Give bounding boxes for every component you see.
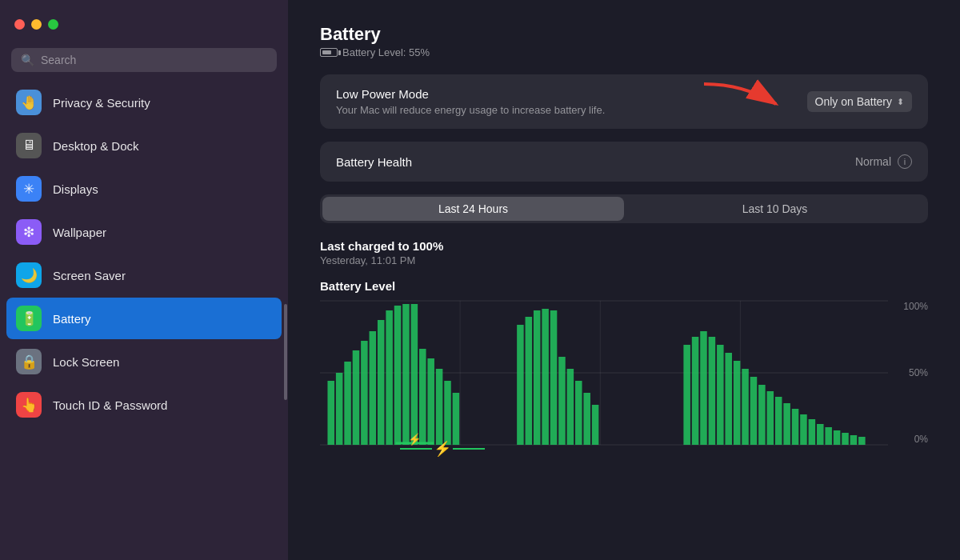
sidebar-item-screen-saver[interactable]: 🌙Screen Saver <box>6 254 282 296</box>
svg-rect-35 <box>700 331 707 445</box>
battery-health-right: Normal i <box>855 154 912 169</box>
svg-rect-26 <box>542 309 549 445</box>
low-power-mode-value: Only on Battery <box>815 95 893 108</box>
displays-icon: ✳ <box>16 176 42 202</box>
desktop-dock-icon: 🖥 <box>16 133 42 158</box>
red-arrow <box>696 76 792 127</box>
svg-rect-42 <box>758 385 766 445</box>
svg-rect-30 <box>575 381 582 445</box>
battery-health-title: Battery Health <box>336 155 412 169</box>
svg-rect-23 <box>517 325 524 445</box>
svg-rect-27 <box>550 310 558 445</box>
svg-rect-18 <box>419 349 426 445</box>
search-input[interactable] <box>41 54 267 66</box>
time-tabs: Last 24 Hours Last 10 Days <box>320 194 928 223</box>
sidebar-label-desktop-dock: Desktop & Dock <box>53 139 139 153</box>
svg-rect-17 <box>411 304 418 445</box>
search-icon: 🔍 <box>21 54 34 66</box>
chevron-up-down-icon: ⬍ <box>897 97 904 107</box>
charging-bolt-icon: ⚡ <box>434 440 451 458</box>
svg-rect-16 <box>402 304 410 445</box>
svg-rect-9 <box>344 362 351 445</box>
svg-text:⚡: ⚡ <box>408 433 422 446</box>
page-title-area: Battery Battery Level: 55% <box>320 24 928 58</box>
maximize-button[interactable] <box>48 19 58 30</box>
svg-rect-52 <box>842 433 849 445</box>
low-power-mode-card: Low Power Mode Your Mac will reduce ener… <box>320 74 928 129</box>
privacy-security-icon: 🤚 <box>16 90 42 115</box>
svg-rect-25 <box>534 310 541 445</box>
battery-level-chart-title: Battery Level <box>320 279 928 293</box>
svg-rect-41 <box>750 377 758 445</box>
search-bar[interactable]: 🔍 <box>11 48 277 72</box>
svg-rect-24 <box>526 317 533 445</box>
battery-health-row: Battery Health Normal i <box>320 142 928 182</box>
svg-rect-13 <box>378 320 385 445</box>
svg-rect-7 <box>327 381 334 445</box>
y-label-0: 0% <box>894 434 928 445</box>
svg-rect-28 <box>558 357 566 445</box>
titlebar <box>0 0 288 48</box>
battery-health-value: Normal <box>855 155 891 168</box>
sidebar-label-displays: Displays <box>53 182 98 196</box>
svg-rect-21 <box>444 381 451 445</box>
sidebar: 🔍 🤚Privacy & Security🖥Desktop & Dock✳Dis… <box>0 0 288 560</box>
sidebar-label-privacy-security: Privacy & Security <box>53 96 150 110</box>
tab-last-10-days[interactable]: Last 10 Days <box>624 197 926 221</box>
svg-rect-31 <box>583 393 590 445</box>
svg-rect-51 <box>834 430 841 445</box>
chart-area: ⚡ ⚡ <box>320 301 888 458</box>
sidebar-item-touch-id[interactable]: 👆Touch ID & Password <box>6 384 282 426</box>
sidebar-label-lock-screen: Lock Screen <box>53 355 119 369</box>
svg-rect-15 <box>394 306 402 445</box>
scrollbar-thumb <box>284 304 287 400</box>
close-button[interactable] <box>14 19 25 30</box>
charging-line-left <box>400 448 432 450</box>
sidebar-item-lock-screen[interactable]: 🔒Lock Screen <box>6 341 282 382</box>
low-power-mode-desc: Your Mac will reduce energy usage to inc… <box>336 104 605 116</box>
svg-rect-53 <box>850 435 858 445</box>
sidebar-item-displays[interactable]: ✳Displays <box>6 168 282 210</box>
svg-rect-50 <box>825 427 832 445</box>
sidebar-item-wallpaper[interactable]: ❇Wallpaper <box>6 211 282 253</box>
svg-rect-14 <box>386 310 393 445</box>
svg-rect-49 <box>817 424 824 445</box>
svg-rect-32 <box>592 405 599 445</box>
page-title: Battery <box>320 24 928 45</box>
svg-rect-40 <box>742 369 749 445</box>
low-power-mode-control[interactable]: Only on Battery ⬍ <box>807 91 913 112</box>
svg-rect-10 <box>353 350 360 445</box>
sidebar-label-battery: Battery <box>53 312 91 326</box>
battery-subtitle: Battery Level: 55% <box>320 46 928 58</box>
svg-rect-12 <box>370 331 377 445</box>
svg-rect-8 <box>336 373 343 445</box>
battery-health-card: Battery Health Normal i <box>320 142 928 182</box>
low-power-left: Low Power Mode Your Mac will reduce ener… <box>336 87 605 116</box>
screen-saver-icon: 🌙 <box>16 262 42 288</box>
tab-last-24-hours[interactable]: Last 24 Hours <box>322 197 624 221</box>
charging-line-right <box>453 448 485 450</box>
sidebar-item-desktop-dock[interactable]: 🖥Desktop & Dock <box>6 125 282 166</box>
touch-id-icon: 👆 <box>16 392 42 418</box>
sidebar-item-privacy-security[interactable]: 🤚Privacy & Security <box>6 82 282 123</box>
minimize-button[interactable] <box>31 19 42 30</box>
svg-rect-33 <box>683 345 690 445</box>
low-power-row: Low Power Mode Your Mac will reduce ener… <box>320 74 928 129</box>
svg-rect-48 <box>809 419 816 445</box>
sidebar-label-touch-id: Touch ID & Password <box>53 398 167 412</box>
svg-rect-11 <box>361 341 368 445</box>
sidebar-label-wallpaper: Wallpaper <box>53 226 106 239</box>
y-label-50: 50% <box>894 367 928 378</box>
svg-rect-22 <box>453 393 460 445</box>
sidebar-item-battery[interactable]: 🔋Battery <box>6 298 282 339</box>
lock-screen-icon: 🔒 <box>16 349 42 374</box>
svg-rect-45 <box>783 403 790 445</box>
wallpaper-icon: ❇ <box>16 219 42 245</box>
last-charged-time: Yesterday, 11:01 PM <box>320 254 928 266</box>
battery-icon: 🔋 <box>16 306 42 331</box>
info-button[interactable]: i <box>898 154 912 169</box>
svg-rect-43 <box>767 391 774 445</box>
svg-rect-47 <box>800 414 807 445</box>
svg-rect-20 <box>436 369 443 445</box>
low-power-mode-title: Low Power Mode <box>336 87 605 101</box>
